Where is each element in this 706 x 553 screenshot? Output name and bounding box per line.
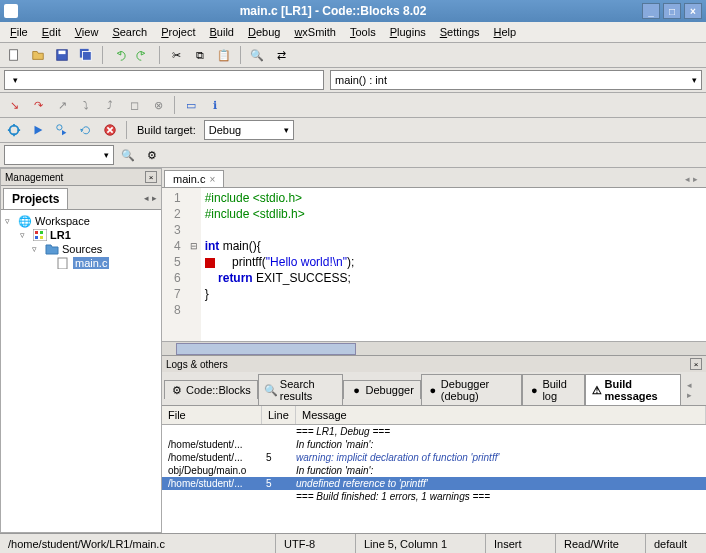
menu-view[interactable]: View: [69, 24, 105, 40]
project-tree: ▿ 🌐 Workspace ▿ LR1 ▿ Sources main.c: [1, 210, 161, 532]
statusbar: /home/student/Work/LR1/main.c UTF-8 Line…: [0, 533, 706, 553]
save-all-icon[interactable]: [76, 45, 96, 65]
logs-close-icon[interactable]: ×: [690, 358, 702, 370]
svg-rect-11: [35, 236, 38, 239]
tree-workspace[interactable]: ▿ 🌐 Workspace: [5, 214, 157, 228]
col-file[interactable]: File: [162, 406, 262, 424]
log-row[interactable]: === Build finished: 1 errors, 1 warnings…: [162, 490, 706, 503]
debug-info-icon[interactable]: ℹ: [205, 95, 225, 115]
log-row[interactable]: /home/student/...5undefined reference to…: [162, 477, 706, 490]
menu-file[interactable]: File: [4, 24, 34, 40]
log-row[interactable]: /home/student/...5warning: implicit decl…: [162, 451, 706, 464]
menu-build[interactable]: Build: [204, 24, 240, 40]
find-icon[interactable]: 🔍: [247, 45, 267, 65]
tab-close-icon[interactable]: ×: [209, 174, 215, 185]
menu-wxsmith[interactable]: wxSmith: [288, 24, 342, 40]
management-close-icon[interactable]: ×: [145, 171, 157, 183]
debug-stop-icon[interactable]: ◻: [124, 95, 144, 115]
log-tab-build-messages[interactable]: ⚠Build messages: [585, 374, 682, 405]
search-find-icon[interactable]: 🔍: [118, 145, 138, 165]
menu-help[interactable]: Help: [488, 24, 523, 40]
minimize-button[interactable]: _: [642, 3, 660, 19]
menu-project[interactable]: Project: [155, 24, 201, 40]
build-target-combo[interactable]: Debug ▾: [204, 120, 294, 140]
debug-stop2-icon[interactable]: ⊗: [148, 95, 168, 115]
horizontal-scrollbar[interactable]: [162, 341, 706, 355]
debug-out-icon[interactable]: ↗: [52, 95, 72, 115]
svg-rect-9: [35, 231, 38, 234]
log-tab-debugger[interactable]: ●Debugger: [343, 380, 420, 399]
tab-projects[interactable]: Projects: [3, 188, 68, 209]
svg-rect-13: [58, 258, 67, 269]
log-tab-debugger-debug-[interactable]: ●Debugger (debug): [421, 374, 523, 405]
menu-debug[interactable]: Debug: [242, 24, 286, 40]
management-title: Management: [5, 172, 63, 183]
fold-gutter[interactable]: ⊟: [187, 188, 201, 341]
log-columns: File Line Message: [162, 406, 706, 425]
log-row[interactable]: /home/student/...In function 'main':: [162, 438, 706, 451]
tab-main-c[interactable]: main.c ×: [164, 170, 224, 187]
search-combo[interactable]: ▾: [4, 145, 114, 165]
globe-icon: 🌐: [18, 215, 32, 227]
rebuild-icon[interactable]: [76, 120, 96, 140]
logs-nav[interactable]: ◂ ▸: [681, 380, 704, 400]
col-line[interactable]: Line: [262, 406, 296, 424]
tree-file[interactable]: main.c: [5, 256, 157, 270]
open-icon[interactable]: [28, 45, 48, 65]
menu-edit[interactable]: Edit: [36, 24, 67, 40]
save-icon[interactable]: [52, 45, 72, 65]
log-row[interactable]: === LR1, Debug ===: [162, 425, 706, 438]
scope-combo[interactable]: main() : int ▾: [330, 70, 702, 90]
debug-step-icon[interactable]: ↘: [4, 95, 24, 115]
log-row[interactable]: obj/Debug/main.oIn function 'main':: [162, 464, 706, 477]
debug-win-icon[interactable]: ▭: [181, 95, 201, 115]
copy-icon[interactable]: ⧉: [190, 45, 210, 65]
logs-panel: Logs & others × ⚙Code::Blocks🔍Search res…: [162, 355, 706, 533]
editor-nav[interactable]: ◂ ▸: [679, 174, 704, 184]
logs-title: Logs & others: [166, 359, 228, 370]
cut-icon[interactable]: ✂: [166, 45, 186, 65]
project-icon: [33, 229, 47, 241]
management-nav[interactable]: ◂ ▸: [140, 193, 161, 203]
tree-project[interactable]: ▿ LR1: [5, 228, 157, 242]
log-tab-search-results[interactable]: 🔍Search results: [258, 374, 344, 405]
build-run-icon[interactable]: [52, 120, 72, 140]
line-gutter: 12345678: [162, 188, 187, 341]
scope-left-combo[interactable]: ▾: [4, 70, 324, 90]
build-icon[interactable]: [4, 120, 24, 140]
paste-icon[interactable]: 📋: [214, 45, 234, 65]
scroll-thumb[interactable]: [176, 343, 356, 355]
log-tab-build-log[interactable]: ●Build log: [522, 374, 584, 405]
log-body[interactable]: === LR1, Debug ===/home/student/...In fu…: [162, 425, 706, 533]
code-editor[interactable]: 12345678 ⊟ #include <stdio.h>#include <s…: [162, 188, 706, 341]
svg-rect-2: [59, 51, 66, 55]
log-tab-code-blocks[interactable]: ⚙Code::Blocks: [164, 380, 258, 399]
search-opts-icon[interactable]: ⚙: [142, 145, 162, 165]
management-header: Management ×: [1, 169, 161, 186]
tree-folder[interactable]: ▿ Sources: [5, 242, 157, 256]
titlebar: main.c [LR1] - Code::Blocks 8.02 _ □ ×: [0, 0, 706, 22]
debug-i2-icon[interactable]: ⤴: [100, 95, 120, 115]
logs-tabs: ⚙Code::Blocks🔍Search results●Debugger●De…: [162, 372, 706, 406]
build-target-value: Debug: [209, 124, 241, 136]
close-button[interactable]: ×: [684, 3, 702, 19]
code-area[interactable]: #include <stdio.h>#include <stdlib.h>int…: [201, 188, 359, 341]
run-icon[interactable]: [28, 120, 48, 140]
menu-plugins[interactable]: Plugins: [384, 24, 432, 40]
status-readwrite: Read/Write: [556, 534, 646, 553]
app-icon: [4, 4, 18, 18]
scope-value: main() : int: [335, 74, 387, 86]
debug-next-icon[interactable]: ↷: [28, 95, 48, 115]
menu-settings[interactable]: Settings: [434, 24, 486, 40]
svg-point-5: [10, 126, 19, 135]
new-icon[interactable]: [4, 45, 24, 65]
menu-tools[interactable]: Tools: [344, 24, 382, 40]
maximize-button[interactable]: □: [663, 3, 681, 19]
abort-icon[interactable]: [100, 120, 120, 140]
replace-icon[interactable]: ⇄: [271, 45, 291, 65]
col-message[interactable]: Message: [296, 406, 706, 424]
debug-i1-icon[interactable]: ⤵: [76, 95, 96, 115]
redo-icon[interactable]: [133, 45, 153, 65]
menu-search[interactable]: Search: [106, 24, 153, 40]
undo-icon[interactable]: [109, 45, 129, 65]
